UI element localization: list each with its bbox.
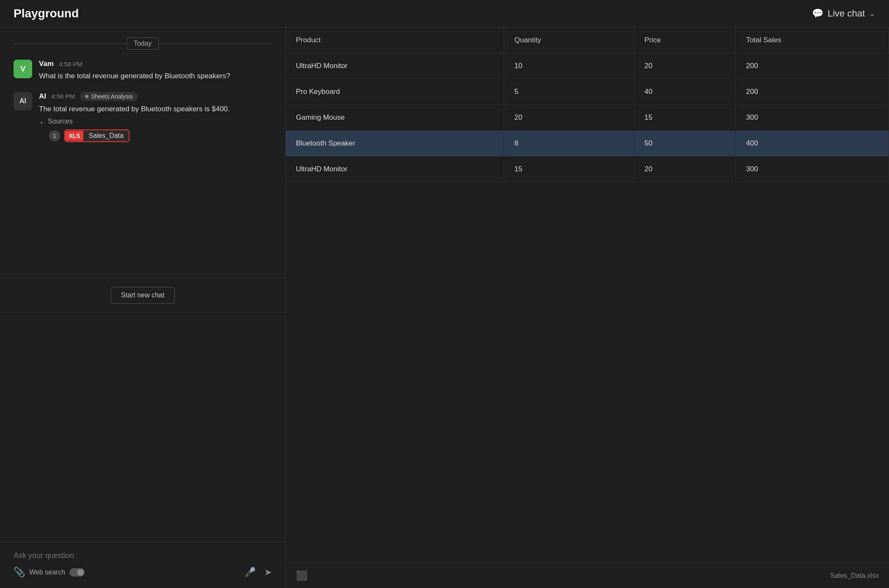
chat-spacer — [0, 312, 285, 543]
start-new-chat-button[interactable]: Start new chat — [110, 287, 175, 304]
live-chat-label[interactable]: Live chat — [828, 8, 865, 19]
cell-quantity: 10 — [504, 53, 634, 79]
cell-total_sales: 300 — [736, 157, 889, 182]
table-row: UltraHD Monitor1520300 — [286, 157, 889, 182]
table-footer: ⬛ Sales_Data.xlsx — [286, 563, 889, 588]
date-divider: Today — [14, 38, 272, 49]
cell-price: 50 — [634, 131, 736, 157]
col-product: Product — [286, 27, 504, 53]
page-title: Playground — [14, 7, 79, 20]
send-icon[interactable]: ➤ — [264, 567, 272, 578]
cell-product: Gaming Mouse — [286, 105, 504, 131]
table-row: Bluetooth Speaker850400 — [286, 131, 889, 157]
ai-message-content: AI 4:58 PM Sheets Analysis The total rev… — [39, 92, 272, 143]
cell-product: Pro Keyboard — [286, 79, 504, 105]
chat-input-row: 📎 Web search 🎤 ➤ — [14, 567, 272, 578]
cell-price: 40 — [634, 79, 736, 105]
date-divider-line — [14, 44, 127, 44]
cell-total_sales: 200 — [736, 53, 889, 79]
table-empty-space — [286, 182, 889, 563]
main-layout: Today V Vam 4:58 PM What is the total re… — [0, 27, 889, 588]
user-author: Vam — [39, 60, 54, 68]
cell-product: UltraHD Monitor — [286, 157, 504, 182]
start-chat-section: Start new chat — [0, 278, 285, 312]
cell-price: 20 — [634, 157, 736, 182]
cell-quantity: 15 — [504, 157, 634, 182]
ai-message-time: 4:58 PM — [51, 93, 75, 100]
table-row: Pro Keyboard540200 — [286, 79, 889, 105]
cell-total_sales: 400 — [736, 131, 889, 157]
web-search-label: Web search — [29, 569, 65, 576]
source-file-badge: XLS — [65, 131, 83, 141]
sources-label: Sources — [48, 118, 73, 125]
badge-dot — [85, 95, 88, 98]
user-message-time: 4:58 PM — [59, 60, 83, 68]
date-divider-label: Today — [127, 38, 159, 49]
data-table: Product Quantity Price Total Sales Ultra… — [286, 27, 889, 182]
paperclip-icon[interactable]: 📎 — [14, 567, 25, 578]
cell-total_sales: 200 — [736, 79, 889, 105]
cell-product: UltraHD Monitor — [286, 53, 504, 79]
col-quantity: Quantity — [504, 27, 634, 53]
cell-quantity: 20 — [504, 105, 634, 131]
cell-quantity: 5 — [504, 79, 634, 105]
table-panel: Product Quantity Price Total Sales Ultra… — [286, 27, 889, 588]
sources-row: ⌄ Sources — [39, 118, 272, 125]
chat-messages: Today V Vam 4:58 PM What is the total re… — [0, 27, 285, 278]
table-row: Gaming Mouse2015300 — [286, 105, 889, 131]
ai-message-text: The total revenue generated by Bluetooth… — [39, 104, 272, 115]
microphone-icon[interactable]: 🎤 — [244, 567, 256, 578]
chat-input[interactable] — [14, 551, 272, 560]
user-message-text: What is the total revenue generated by B… — [39, 71, 272, 82]
web-search-toggle[interactable] — [69, 568, 85, 577]
table-header-row: Product Quantity Price Total Sales — [286, 27, 889, 53]
col-price: Price — [634, 27, 736, 53]
input-actions: 🎤 ➤ — [244, 567, 272, 578]
chat-icon: 💬 — [812, 8, 823, 19]
date-divider-line-right — [159, 44, 272, 44]
cell-price: 20 — [634, 53, 736, 79]
user-message: V Vam 4:58 PM What is the total revenue … — [14, 60, 272, 82]
user-message-content: Vam 4:58 PM What is the total revenue ge… — [39, 60, 272, 82]
sources-chevron-icon[interactable]: ⌄ — [39, 118, 44, 125]
header: Playground 💬 Live chat ⌄ — [0, 0, 889, 27]
table-row: UltraHD Monitor1020200 — [286, 53, 889, 79]
source-number: 1 — [49, 130, 60, 141]
chat-panel: Today V Vam 4:58 PM What is the total re… — [0, 27, 286, 588]
chat-input-area: 📎 Web search 🎤 ➤ — [0, 542, 285, 588]
export-icon[interactable]: ⬛ — [296, 570, 307, 581]
chevron-down-icon[interactable]: ⌄ — [869, 9, 875, 18]
ai-message: AI AI 4:58 PM Sheets Analysis The total … — [14, 92, 272, 143]
col-total-sales: Total Sales — [736, 27, 889, 53]
header-right: 💬 Live chat ⌄ — [812, 8, 875, 19]
cell-total_sales: 300 — [736, 105, 889, 131]
web-search-row: 📎 Web search — [14, 567, 85, 578]
sheets-analysis-badge: Sheets Analysis — [80, 92, 138, 101]
source-file-name: Sales_Data — [83, 130, 129, 141]
ai-author: AI — [39, 92, 46, 101]
source-file-wrapper[interactable]: XLS Sales_Data — [64, 129, 130, 142]
ai-avatar: AI — [14, 92, 32, 110]
cell-quantity: 8 — [504, 131, 634, 157]
source-item: 1 XLS Sales_Data — [49, 129, 272, 142]
user-message-header: Vam 4:58 PM — [39, 60, 272, 68]
user-avatar: V — [14, 60, 32, 78]
table-filename: Sales_Data.xlsx — [830, 572, 879, 580]
cell-product: Bluetooth Speaker — [286, 131, 504, 157]
ai-message-header: AI 4:58 PM Sheets Analysis — [39, 92, 272, 101]
cell-price: 15 — [634, 105, 736, 131]
